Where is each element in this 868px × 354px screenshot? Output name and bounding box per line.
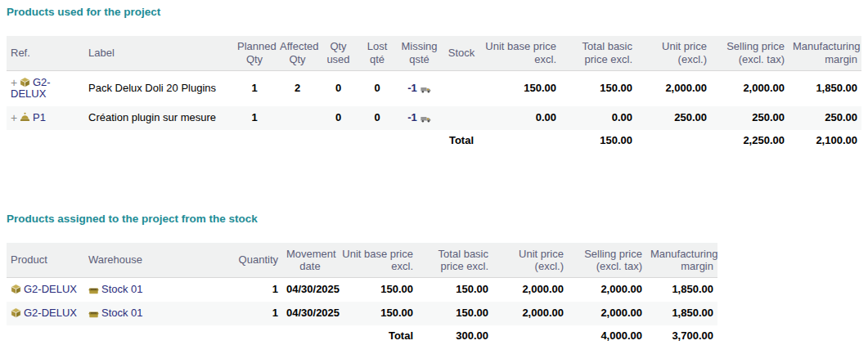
shipment-truck-icon: [421, 115, 431, 123]
col-header-product: Product: [7, 243, 84, 277]
movement-date-cell: 04/30/2025: [282, 277, 338, 301]
unit-price-cell: 2,000.00: [492, 302, 568, 325]
manufacturing-margin-cell: 250.00: [789, 106, 861, 130]
unit-base-price-cell: 150.00: [338, 277, 417, 301]
total-label: Total: [442, 130, 481, 152]
col-header-unit-base-price: Unit base price excl.: [338, 243, 417, 277]
selling-price-total: 4,000.00: [568, 325, 646, 347]
selling-price-cell: 2,000.00: [568, 302, 646, 325]
total-basic-price-total: 150.00: [560, 130, 636, 152]
products-assigned-header-row: Product Warehouse Quantity Movement date…: [7, 243, 717, 277]
unit-price-cell: 250.00: [636, 106, 711, 130]
col-header-qty-used: Qty used: [319, 36, 358, 70]
selling-price-cell: 250.00: [711, 106, 789, 130]
section-products-used: Products used for the project Ref. Label…: [7, 6, 861, 152]
unit-price-cell: 2,000.00: [636, 70, 711, 106]
product-cell: G2-DELUX: [7, 302, 84, 325]
product-cube-icon: [11, 307, 21, 318]
quantity-cell: 1: [233, 277, 282, 301]
col-header-planned-qty: Planned Qty: [233, 36, 276, 70]
products-used-header-row: Ref. Label Planned Qty Affected Qty Qty …: [7, 36, 861, 70]
section-title-products-assigned: Products assigned to the project from th…: [7, 213, 861, 225]
ref-cell: +G2-DELUX: [7, 70, 84, 106]
manufacturing-margin-cell: 1,850.00: [646, 277, 717, 301]
missing-qty-value: -1: [407, 111, 417, 123]
table-row: G2-DELUX Stock 01 1 04/30/2025 150.00 15…: [7, 277, 717, 301]
section-title-products-used: Products used for the project: [7, 6, 861, 18]
col-header-lost-qty: Lost qté: [358, 36, 397, 70]
stock-cell: [442, 70, 481, 106]
col-header-manufacturing-margin: Manufacturing margin: [789, 36, 861, 70]
warehouse-cell: Stock 01: [84, 302, 233, 325]
unit-base-price-cell: 150.00: [481, 70, 560, 106]
section-products-assigned: Products assigned to the project from th…: [7, 213, 861, 347]
selling-price-total: 2,250.00: [711, 130, 789, 152]
service-ref-link[interactable]: P1: [33, 111, 46, 123]
col-header-unit-price: Unit price (excl.): [636, 36, 711, 70]
qty-used-cell: 0: [319, 70, 358, 106]
page: Products used for the project Ref. Label…: [0, 0, 868, 353]
product-ref-link[interactable]: G2-DELUX: [24, 307, 77, 319]
warehouse-crate-icon: [88, 308, 99, 318]
col-header-warehouse: Warehouse: [84, 243, 233, 277]
total-label: Total: [338, 325, 417, 347]
col-header-movement-date: Movement date: [282, 243, 338, 277]
shipment-truck-icon: [421, 86, 431, 93]
products-assigned-table: Product Warehouse Quantity Movement date…: [7, 243, 717, 347]
col-header-total-basic-price: Total basic price excl.: [417, 243, 492, 277]
product-ref-link[interactable]: G2-DELUX: [24, 283, 77, 295]
missing-qty-cell: -1: [397, 70, 442, 106]
product-cube-icon: [11, 284, 21, 294]
lost-qty-cell: 0: [358, 106, 397, 130]
selling-price-cell: 2,000.00: [568, 277, 646, 301]
total-row: Total 300.00 4,000.00 3,700.00: [7, 325, 717, 347]
label-cell: Pack Delux Doli 20 Plugins: [84, 70, 233, 106]
warehouse-link[interactable]: Stock 01: [101, 283, 143, 295]
lost-qty-cell: 0: [358, 70, 397, 106]
col-header-manufacturing-margin: Manufacturing margin: [646, 243, 717, 277]
col-header-selling-price: Selling price (excl. tax): [568, 243, 646, 277]
total-basic-price-cell: 150.00: [417, 302, 492, 325]
unit-base-price-cell: 150.00: [338, 302, 417, 325]
label-cell: Création plugin sur mesure: [84, 106, 233, 130]
col-header-unit-price: Unit price (excl.): [492, 243, 568, 277]
missing-qty-value: -1: [407, 82, 417, 94]
manufacturing-margin-cell: 1,850.00: [789, 70, 861, 106]
product-cube-icon: [20, 77, 30, 87]
movement-date-cell: 04/30/2025: [282, 302, 338, 325]
service-bell-icon: [20, 112, 30, 123]
expand-plus-icon[interactable]: +: [11, 114, 20, 122]
col-header-stock: Stock: [442, 36, 481, 70]
manufacturing-margin-total: 2,100.00: [789, 130, 861, 152]
total-basic-price-cell: 150.00: [417, 277, 492, 301]
manufacturing-margin-cell: 1,850.00: [646, 302, 717, 325]
qty-used-cell: 0: [319, 106, 358, 130]
table-row: +G2-DELUX Pack Delux Doli 20 Plugins 1 2…: [7, 70, 861, 106]
quantity-cell: 1: [233, 302, 282, 325]
total-basic-price-cell: 0.00: [560, 106, 636, 130]
manufacturing-margin-total: 3,700.00: [646, 325, 717, 347]
col-header-selling-price: Selling price (excl. tax): [711, 36, 789, 70]
unit-price-cell: 2,000.00: [492, 277, 568, 301]
affected-qty-cell: 2: [276, 70, 319, 106]
planned-qty-cell: 1: [233, 70, 276, 106]
product-cell: G2-DELUX: [7, 277, 84, 301]
col-header-quantity: Quantity: [233, 243, 282, 277]
warehouse-cell: Stock 01: [84, 277, 233, 301]
selling-price-cell: 2,000.00: [711, 70, 789, 106]
warehouse-link[interactable]: Stock 01: [101, 307, 143, 319]
col-header-missing-qty: Missing qsté: [397, 36, 442, 70]
missing-qty-cell: -1: [397, 106, 442, 130]
planned-qty-cell: 1: [233, 106, 276, 130]
col-header-total-basic-price: Total basic price excl.: [560, 36, 636, 70]
ref-cell: +P1: [7, 106, 84, 130]
total-row: Total 150.00 2,250.00 2,100.00: [7, 130, 861, 152]
affected-qty-cell: [276, 106, 319, 130]
col-header-unit-base-price: Unit base price excl.: [481, 36, 560, 70]
expand-plus-icon[interactable]: +: [11, 78, 20, 87]
total-basic-price-total: 300.00: [417, 325, 492, 347]
table-row: G2-DELUX Stock 01 1 04/30/2025 150.00 15…: [7, 302, 717, 325]
col-header-affected-qty: Affected Qty: [276, 36, 319, 70]
products-used-table: Ref. Label Planned Qty Affected Qty Qty …: [7, 36, 861, 152]
warehouse-crate-icon: [88, 285, 99, 294]
